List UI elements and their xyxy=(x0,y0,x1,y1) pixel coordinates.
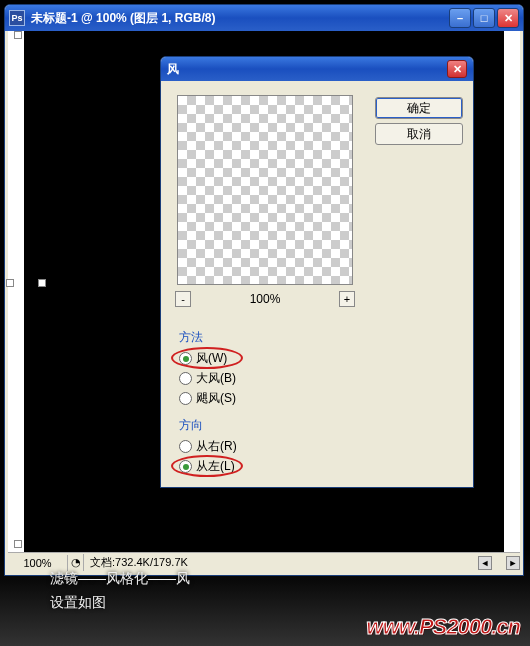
caption-line-1: 滤镜——风格化——风 xyxy=(50,566,190,590)
transform-handle[interactable] xyxy=(14,540,22,548)
radio-label: 从左(L) xyxy=(196,458,235,475)
radio-method-blast[interactable]: 大风(B) xyxy=(179,370,236,387)
method-group-label: 方法 xyxy=(179,329,473,346)
radio-label: 飓风(S) xyxy=(196,390,236,407)
radio-indicator[interactable] xyxy=(179,440,192,453)
tutorial-caption: 滤镜——风格化——风 设置如图 xyxy=(50,566,190,614)
preview-zoom-label: 100% xyxy=(250,292,281,306)
transform-handle[interactable] xyxy=(38,279,46,287)
close-button[interactable]: ✕ xyxy=(497,8,519,28)
direction-group-label: 方向 xyxy=(179,417,473,434)
radio-indicator[interactable] xyxy=(179,352,192,365)
radio-label: 从右(R) xyxy=(196,438,237,455)
transform-handle[interactable] xyxy=(6,279,14,287)
dialog-title: 风 xyxy=(167,61,447,78)
radio-dir-right[interactable]: 从右(R) xyxy=(179,438,237,455)
document-titlebar[interactable]: Ps 未标题-1 @ 100% (图层 1, RGB/8) – □ ✕ xyxy=(5,5,523,31)
photoshop-icon: Ps xyxy=(9,10,25,26)
transform-handle[interactable] xyxy=(14,31,22,39)
watermark: www.PS2000.cn xyxy=(366,614,520,640)
radio-indicator[interactable] xyxy=(179,372,192,385)
wind-filter-dialog: 风 ✕ - 100% + 确定 取消 方法 风(W)大风(B)飓风(S) 方向 … xyxy=(160,56,474,488)
radio-method-wind[interactable]: 风(W) xyxy=(179,350,227,367)
minimize-button[interactable]: – xyxy=(449,8,471,28)
document-title: 未标题-1 @ 100% (图层 1, RGB/8) xyxy=(31,10,449,27)
zoom-in-button[interactable]: + xyxy=(339,291,355,307)
radio-indicator[interactable] xyxy=(179,392,192,405)
radio-label: 风(W) xyxy=(196,350,227,367)
dialog-close-button[interactable]: ✕ xyxy=(447,60,467,78)
radio-method-stagger[interactable]: 飓风(S) xyxy=(179,390,236,407)
ok-button[interactable]: 确定 xyxy=(375,97,463,119)
scroll-right-button[interactable]: ► xyxy=(506,556,520,570)
filter-preview[interactable] xyxy=(177,95,353,285)
radio-dir-left[interactable]: 从左(L) xyxy=(179,458,235,475)
canvas-ruler-area xyxy=(8,31,24,552)
radio-label: 大风(B) xyxy=(196,370,236,387)
zoom-out-button[interactable]: - xyxy=(175,291,191,307)
dialog-titlebar[interactable]: 风 ✕ xyxy=(161,57,473,81)
caption-line-2: 设置如图 xyxy=(50,590,190,614)
scroll-left-button[interactable]: ◄ xyxy=(478,556,492,570)
cancel-button[interactable]: 取消 xyxy=(375,123,463,145)
maximize-button[interactable]: □ xyxy=(473,8,495,28)
radio-indicator[interactable] xyxy=(179,460,192,473)
